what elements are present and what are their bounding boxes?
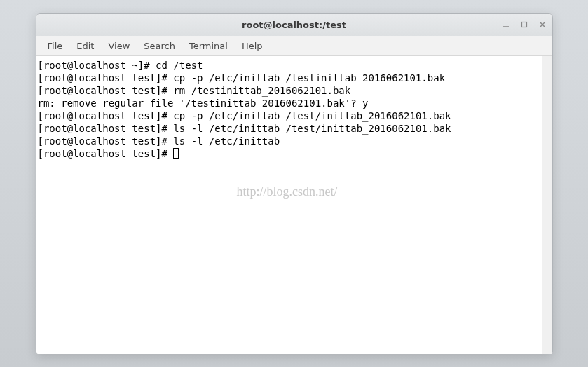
- terminal-line: [root@localhost test]# cp -p /etc/initta…: [38, 72, 541, 84]
- terminal-window: root@localhost:/test File Edit View Sear…: [36, 13, 553, 354]
- menu-file[interactable]: File: [41, 38, 70, 54]
- minimize-icon: [502, 21, 510, 28]
- menu-help[interactable]: Help: [235, 38, 270, 54]
- maximize-icon: [521, 21, 528, 28]
- svg-rect-1: [521, 22, 526, 27]
- menu-view[interactable]: View: [101, 38, 137, 54]
- prompt-text: [root@localhost test]#: [38, 148, 174, 159]
- terminal-area[interactable]: [root@localhost ~]# cd /test [root@local…: [36, 56, 552, 354]
- terminal-line: [root@localhost test]# rm /testinittab_2…: [38, 84, 541, 97]
- terminal-line: [root@localhost test]# ls -l /etc/initta…: [38, 122, 541, 135]
- titlebar: root@localhost:/test: [36, 14, 552, 36]
- terminal-line: [root@localhost ~]# cd /test: [38, 59, 541, 72]
- menu-search[interactable]: Search: [137, 38, 182, 54]
- menu-edit[interactable]: Edit: [69, 38, 101, 54]
- minimize-button[interactable]: [502, 20, 510, 29]
- terminal-line: [root@localhost test]# ls -l /etc/initta…: [38, 135, 541, 147]
- menu-terminal[interactable]: Terminal: [182, 38, 235, 54]
- watermark-text: http://blog.csdn.net/: [237, 185, 338, 198]
- cursor-icon: [173, 148, 179, 159]
- window-title: root@localhost:/test: [242, 20, 346, 30]
- terminal-line: rm: remove regular file '/testinittab_20…: [38, 97, 541, 109]
- close-button[interactable]: [538, 20, 547, 29]
- maximize-button[interactable]: [520, 20, 528, 29]
- menubar: File Edit View Search Terminal Help: [36, 36, 552, 56]
- terminal-prompt-line: [root@localhost test]#: [38, 147, 541, 160]
- close-icon: [539, 21, 546, 28]
- terminal-line: [root@localhost test]# cp -p /etc/initta…: [38, 109, 541, 122]
- window-controls: [502, 20, 547, 29]
